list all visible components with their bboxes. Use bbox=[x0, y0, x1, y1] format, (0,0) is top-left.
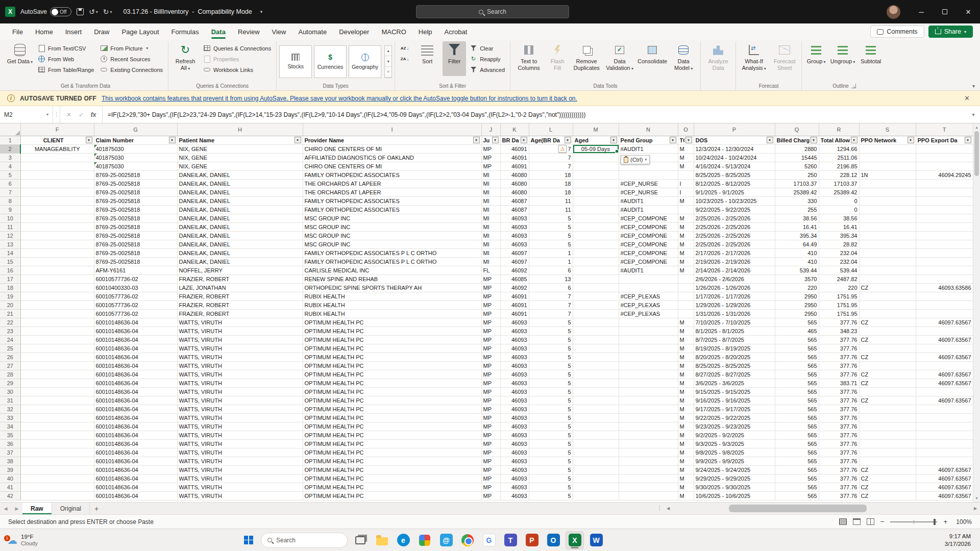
cell[interactable]: 8/12/2025 - 8/12/2025 bbox=[694, 179, 775, 188]
cell[interactable]: MP bbox=[481, 448, 500, 457]
cell[interactable]: WATTS, VIRUTH bbox=[177, 405, 303, 413]
cell[interactable]: 60010148636-04 bbox=[94, 474, 177, 483]
cell[interactable]: M bbox=[678, 214, 694, 222]
cell[interactable]: #AUDIT1 bbox=[619, 205, 678, 214]
cell[interactable]: M bbox=[678, 405, 694, 413]
cell[interactable] bbox=[859, 274, 916, 283]
cell[interactable]: 8769-25-0025818 bbox=[94, 240, 177, 248]
cell[interactable]: 46093 bbox=[500, 439, 529, 448]
cell[interactable]: 64.49 bbox=[775, 240, 819, 248]
cell[interactable]: WATTS, VIRUTH bbox=[177, 448, 303, 457]
cell[interactable]: M bbox=[678, 413, 694, 422]
cell[interactable]: 2950 bbox=[775, 300, 819, 309]
cell[interactable]: WATTS, VIRUTH bbox=[177, 379, 303, 387]
cell[interactable]: 60010148636-04 bbox=[94, 439, 177, 448]
data-types-gallery-scroll[interactable]: ▲ ▼ ≡ bbox=[384, 45, 392, 78]
cell[interactable]: DANEILAK, DANIEL bbox=[177, 205, 303, 214]
sheet-nav-prev[interactable]: ◀ bbox=[0, 503, 11, 514]
cell[interactable]: WATTS, VIRUTH bbox=[177, 474, 303, 483]
clear-filter-button[interactable]: Clear bbox=[467, 43, 507, 54]
cell[interactable]: M bbox=[678, 257, 694, 266]
cell[interactable] bbox=[20, 457, 94, 465]
cell[interactable]: 46097.63567 bbox=[916, 318, 973, 327]
cell[interactable]: 565 bbox=[775, 457, 819, 465]
cell[interactable]: MP bbox=[481, 474, 500, 483]
start-button[interactable] bbox=[240, 532, 257, 549]
cell[interactable]: 5 bbox=[529, 387, 573, 396]
advanced-filter-button[interactable]: Advanced bbox=[467, 64, 507, 75]
row-number-35[interactable]: 35 bbox=[0, 431, 20, 439]
cell[interactable]: 60010148636-04 bbox=[94, 344, 177, 353]
cell[interactable] bbox=[20, 196, 94, 205]
cell[interactable] bbox=[573, 474, 619, 483]
cell[interactable]: 46093 bbox=[500, 483, 529, 491]
cell[interactable] bbox=[619, 448, 678, 457]
cell[interactable]: 46093 bbox=[500, 465, 529, 474]
row-number-12[interactable]: 12 bbox=[0, 231, 20, 240]
row-number-31[interactable]: 31 bbox=[0, 396, 20, 405]
cell[interactable]: 565 bbox=[775, 353, 819, 361]
cell[interactable]: 465 bbox=[775, 327, 819, 335]
cell[interactable]: DANEILAK, DANIEL bbox=[177, 170, 303, 179]
cell[interactable] bbox=[20, 231, 94, 240]
header-cell[interactable]: Total Allow bbox=[819, 136, 859, 144]
cell[interactable]: #CEP_NURSE bbox=[619, 188, 678, 196]
stocks-data-type[interactable]: Stocks bbox=[279, 45, 312, 78]
cell[interactable]: #AUDIT1 bbox=[619, 266, 678, 274]
cell[interactable] bbox=[859, 448, 916, 457]
geography-data-type[interactable]: Geography bbox=[349, 45, 381, 78]
cell[interactable] bbox=[573, 379, 619, 387]
cell[interactable]: MI bbox=[481, 179, 500, 188]
refresh-all-button[interactable]: ↻ Refresh All bbox=[171, 41, 200, 76]
cell[interactable]: MP bbox=[481, 162, 500, 170]
cell[interactable]: 60010148636-04 bbox=[94, 483, 177, 491]
cell[interactable] bbox=[916, 448, 973, 457]
cell[interactable]: CZ bbox=[859, 283, 916, 292]
cell[interactable] bbox=[573, 214, 619, 222]
cell[interactable]: M bbox=[678, 327, 694, 335]
cell[interactable]: 8769-25-0025818 bbox=[94, 231, 177, 240]
cell[interactable]: M bbox=[678, 387, 694, 396]
cell[interactable]: 565 bbox=[775, 318, 819, 327]
cell[interactable] bbox=[20, 274, 94, 283]
page-layout-view-button[interactable] bbox=[853, 518, 861, 525]
row-number-32[interactable]: 32 bbox=[0, 405, 20, 413]
horizontal-scroll-thumb[interactable] bbox=[729, 505, 867, 512]
cell[interactable] bbox=[619, 491, 678, 500]
cell[interactable] bbox=[916, 257, 973, 266]
cell[interactable]: 46091 bbox=[500, 153, 529, 162]
row-number-17[interactable]: 17 bbox=[0, 274, 20, 283]
filter-dropdown-button[interactable] bbox=[767, 137, 773, 143]
cell[interactable]: 1751.95 bbox=[819, 292, 859, 300]
cell[interactable] bbox=[573, 196, 619, 205]
cell[interactable]: 377.76 bbox=[819, 465, 859, 474]
cell[interactable]: MSC GROUP INC bbox=[303, 214, 481, 222]
cell[interactable]: 5 bbox=[529, 344, 573, 353]
cell[interactable]: 5260 bbox=[775, 162, 819, 170]
cell[interactable]: WATTS, VIRUTH bbox=[177, 353, 303, 361]
cell[interactable]: 7 bbox=[529, 309, 573, 318]
scroll-up-button[interactable]: ▲ bbox=[973, 123, 980, 131]
cell[interactable]: CZ bbox=[859, 465, 916, 474]
cell[interactable]: 46093 bbox=[500, 344, 529, 353]
cell[interactable]: 13 bbox=[529, 274, 573, 283]
filter-dropdown-button[interactable] bbox=[610, 137, 617, 143]
cell[interactable] bbox=[20, 422, 94, 431]
cell[interactable] bbox=[859, 222, 916, 231]
cell[interactable]: 565 bbox=[775, 387, 819, 396]
column-header-L[interactable]: L bbox=[529, 123, 573, 136]
cell[interactable]: 2/25/2026 - 2/25/2026 bbox=[694, 240, 775, 248]
cell[interactable]: #AUDIT1 bbox=[619, 144, 678, 153]
filter-dropdown-button[interactable] bbox=[908, 137, 914, 143]
cell[interactable]: RENEW SPINE AND REHAB bbox=[303, 274, 481, 283]
cell[interactable]: MP bbox=[481, 483, 500, 491]
cell[interactable]: 46093 bbox=[500, 318, 529, 327]
cell[interactable]: 5 bbox=[529, 353, 573, 361]
gallery-down-button[interactable]: ▼ bbox=[385, 56, 391, 67]
cell[interactable] bbox=[20, 465, 94, 474]
cell[interactable]: 46097 bbox=[500, 257, 529, 266]
cell[interactable]: 46097.63567 bbox=[916, 370, 973, 379]
cell[interactable] bbox=[20, 300, 94, 309]
cell[interactable]: 46093 bbox=[500, 491, 529, 500]
cell[interactable]: 46093 bbox=[500, 387, 529, 396]
